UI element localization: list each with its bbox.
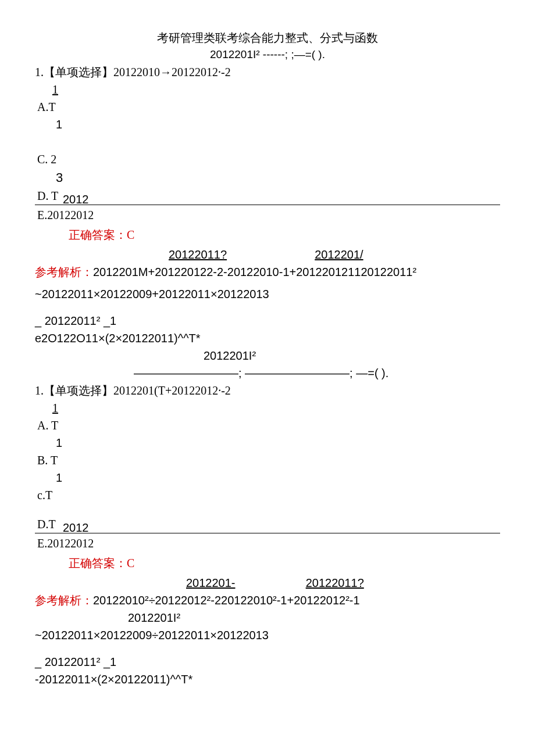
page-title: 考研管理类联考综合能力整式、分式与函数: [35, 29, 500, 46]
analysis-1-head-left: 20122011?: [169, 248, 227, 261]
subtitle-2a: 2012201I²: [204, 347, 500, 364]
option-e2[interactable]: E.20122012: [37, 535, 500, 552]
analysis-1-line1: 参考解析：2012201M+201220122-2-20122010-1+201…: [35, 263, 500, 281]
divider-2: 2012: [35, 533, 500, 533]
analysis-label-2: 参考解析：: [35, 594, 93, 607]
analysis-1-line3-top: _ 20122011² _1: [35, 312, 500, 329]
subtitle-formula: 2012201I² ------; ;—=( ).: [35, 46, 500, 63]
option-a2[interactable]: A. T: [37, 417, 500, 434]
analysis-1-header-row: 20122011? 2012201/: [169, 246, 500, 263]
analysis-label: 参考解析：: [35, 266, 93, 278]
option-a2-denom: 1: [56, 434, 500, 452]
analysis-1-line3: e2O122O11×(2×20122011)^^T*: [35, 329, 500, 347]
divider-2-label: 2012: [63, 519, 89, 536]
option-c2[interactable]: c.T: [37, 486, 500, 504]
analysis-2-line3-top: _ 20122011² _1: [35, 653, 500, 671]
option-a[interactable]: A.T: [37, 98, 500, 116]
subtitle-2b: —————————; —————————; —=( ).: [134, 364, 500, 382]
analysis-1-line2: ~20122011×20122009+20122011×20122013: [35, 285, 500, 303]
question-1-stem: 1.【单项选择】20122010→20122012·-2: [35, 63, 500, 81]
option-c[interactable]: C. 2: [37, 151, 500, 168]
analysis-2-head-right: 20122011?: [306, 576, 364, 589]
analysis-2-head-left: 2012201-: [186, 576, 236, 589]
analysis-2-indent: 2012201I²: [128, 609, 500, 626]
analysis-2-line1: 参考解析：20122010²÷20122012²-220122010²-1+20…: [35, 592, 500, 609]
option-d[interactable]: D. T: [37, 187, 500, 205]
answer-2: 正确答案：C: [69, 554, 500, 572]
option-a-denom: 1: [56, 116, 500, 133]
question-2-stem: 1.【单项选择】2012201(T+20122012·-2: [35, 382, 500, 399]
spacer: [35, 133, 500, 151]
divider-1-label: 2012: [63, 191, 89, 208]
analysis-2-line3: -20122011×(2×20122011)^^T*: [35, 671, 500, 688]
option-c-value: 3: [56, 168, 500, 187]
option-d2[interactable]: D.T: [37, 515, 500, 533]
option-b2[interactable]: B. T: [37, 452, 500, 469]
option-b2-denom: 1: [56, 469, 500, 486]
answer-1: 正确答案：C: [69, 226, 500, 243]
analysis-1-head-right: 2012201/: [315, 248, 363, 261]
option-e[interactable]: E.20122012: [37, 206, 500, 224]
option-a2-numerator: 1: [52, 399, 500, 417]
divider-1: 2012: [35, 205, 500, 205]
analysis-2-line2: ~20122011×20122009÷20122011×20122013: [35, 626, 500, 644]
option-a-numerator: 1: [52, 81, 500, 98]
analysis-2-header-row: 2012201- 20122011?: [186, 574, 500, 592]
